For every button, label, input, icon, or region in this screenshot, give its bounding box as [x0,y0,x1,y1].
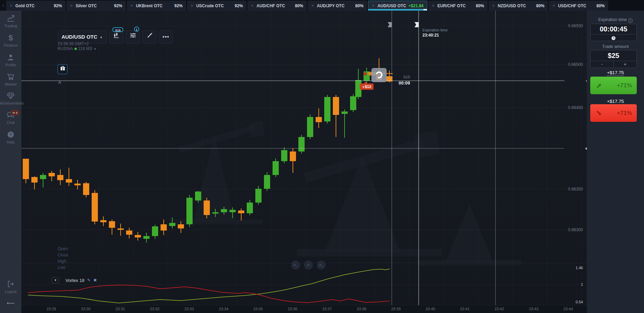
sidebar-item-market[interactable]: Market [0,73,21,86]
amount-increase-button[interactable]: + [614,61,636,68]
asset-tab-uscrude-otc[interactable]: ✕USCrude OTC92% [187,1,246,11]
server-clock: 23:39:36 GMT+2 [58,41,89,46]
close-icon[interactable]: ✕ [432,4,435,8]
asset-name: AUD/USD OTC [377,3,408,8]
server-status[interactable]: RUSSIA216 MS ▼ [58,46,96,51]
sidebar-item-label: Market [0,82,21,86]
gift-button[interactable] [58,64,68,74]
indicator-edit-icon[interactable]: ✎ [87,278,91,283]
close-icon[interactable]: ✕ [70,4,73,8]
sidebar-item-trading[interactable]: Trading [0,14,21,28]
more-dots-icon: ••• [163,34,170,40]
time-axis-label: 23:40 [420,307,441,311]
expiration-time-input[interactable]: 00:00:45 [591,24,636,34]
price-axis-label: 0.66350 [549,187,583,192]
close-icon[interactable]: ✕ [251,4,254,8]
asset-tab-aud-chf-otc[interactable]: ✕AUD/CHF OTC80% [247,1,307,11]
sell-percent: +71% [617,110,632,117]
close-icon[interactable]: ✕ [191,4,193,8]
ping-value: 216 MS [78,46,92,51]
asset-tab-usd-chf-otc[interactable]: ✕USD/CHF OTC80% [549,1,608,11]
asset-name: Silver OTC [75,3,114,8]
chart-area[interactable] [21,11,587,313]
zoom-in-button[interactable]: ⌕+ [317,261,326,270]
amount-input[interactable]: $25 [591,50,636,61]
indicator-collapse-button[interactable]: ▼ [52,277,59,283]
time-axis[interactable]: 23:2923:3023:3123:3223:3323:3423:3523:36… [21,305,587,313]
asset-payout: 80% [295,3,303,8]
close-icon[interactable]: ✕ [10,4,12,8]
sidebar-item-achievements[interactable]: Achievements [0,92,21,105]
asset-payout: 92% [114,3,122,8]
asset-tab-aud-jpy-otc[interactable]: ✕AUD/JPY OTC80% [308,1,367,11]
trading-icon [7,14,15,20]
magnifier-icon: ⌕− [294,262,298,267]
sidebar-collapse-arrow[interactable]: ⟵ [0,300,21,306]
time-axis-label: 23:44 [558,307,579,311]
more-tools-button[interactable]: ••• [159,30,173,43]
time-axis-label: 23:37 [317,307,337,311]
expiry-progress-bar [368,9,427,10]
expiration-line-time: 23:40:21 [422,33,439,38]
sidebar-item-finance[interactable]: $Finance [0,34,21,47]
time-axis-label: 23:38 [351,307,372,311]
time-axis-label: 23:32 [144,307,165,311]
time-axis-label: 23:30 [75,307,96,311]
sidebar-item-chat[interactable]: ✉ 8Chat [0,111,21,125]
open-trade-badge[interactable]: ▼$13 [360,84,374,90]
zoom-reset-button[interactable]: ⌕ [304,261,313,270]
time-axis-label: 23:43 [523,307,544,311]
trade-amount-label: Trade amount [587,44,644,49]
expiration-clock-button[interactable] [591,35,636,41]
sidebar-item-logout[interactable]: Logout [0,280,21,294]
indicators-count-badge: 1 [134,27,139,32]
indicator-axis-label: 0.54 [562,300,583,304]
profile-icon [7,53,14,59]
asset-tab-silver-otc[interactable]: ✕Silver OTC92% [67,1,126,11]
gift-icon [60,66,65,71]
arrow-up-right-icon [595,81,603,90]
trading-app: ‹ ✕Gold OTC92%✕Silver OTC92%✕UKBrent OTC… [0,0,644,313]
indicators-button[interactable] [126,30,140,43]
sidebar-item-profile[interactable]: Profile [0,53,21,67]
asset-tab-ukbrent-otc[interactable]: ✕UKBrent OTC92% [127,1,186,11]
asset-tab-eur-chf-otc[interactable]: ✕EUR/CHF OTC80% [428,1,488,11]
time-axis-label: 23:39 [386,307,406,311]
asset-name: UKBrent OTC [136,3,174,8]
time-axis-label: 23:34 [213,307,234,311]
sidebar-item-help[interactable]: ?Help [0,131,21,144]
annotation-a[interactable]: A [58,80,61,85]
asset-name: EUR/CHF OTC [437,3,476,8]
expiration-input-group: 00:00:45 [590,24,637,41]
drawing-tools-button[interactable] [142,30,156,43]
sell-button[interactable]: +71% [590,104,637,122]
trade-pending-panel [371,68,387,82]
asset-payout: 92% [235,3,243,8]
asset-name: USD/CHF OTC [558,3,596,8]
sidebar-item-label: Chat [0,120,21,125]
indicator-remove-icon[interactable]: ✖ [93,278,97,283]
magnifier-icon: ⌕ [307,262,309,267]
zoom-out-button[interactable]: ⌕− [291,261,300,270]
close-icon[interactable]: ✕ [372,4,375,8]
close-icon[interactable]: ✕ [130,4,133,8]
asset-payout: 80% [536,3,544,8]
candlestick-chart[interactable] [21,11,587,313]
close-icon[interactable]: ✕ [311,4,314,8]
buy-button[interactable]: +71% [590,77,637,94]
price-axis-label: 0.66500 [549,62,583,67]
market-icon [7,73,15,79]
asset-tab-nzd-usd-otc[interactable]: ✕NZD/USD OTC80% [489,1,548,11]
amount-decrease-button[interactable]: - [591,61,613,68]
info-icon[interactable]: ? [628,18,633,23]
sidebar-item-label: Logout [0,290,21,294]
tabs-scroll-left-chevron[interactable]: ‹ [1,2,6,9]
ohlc-label: Close: [58,252,69,258]
asset-tab-gold-otc[interactable]: ✕Gold OTC92% [6,1,65,11]
sidebar-item-label: Trading [0,24,21,28]
close-icon[interactable]: ✕ [552,4,555,8]
asset-tab-aud-usd-otc[interactable]: ✕AUD/USD OTC+$21.84 [368,1,427,11]
logout-icon [0,280,21,288]
close-icon[interactable]: ✕ [492,4,495,8]
asset-name: NZD/USD OTC [498,3,536,8]
